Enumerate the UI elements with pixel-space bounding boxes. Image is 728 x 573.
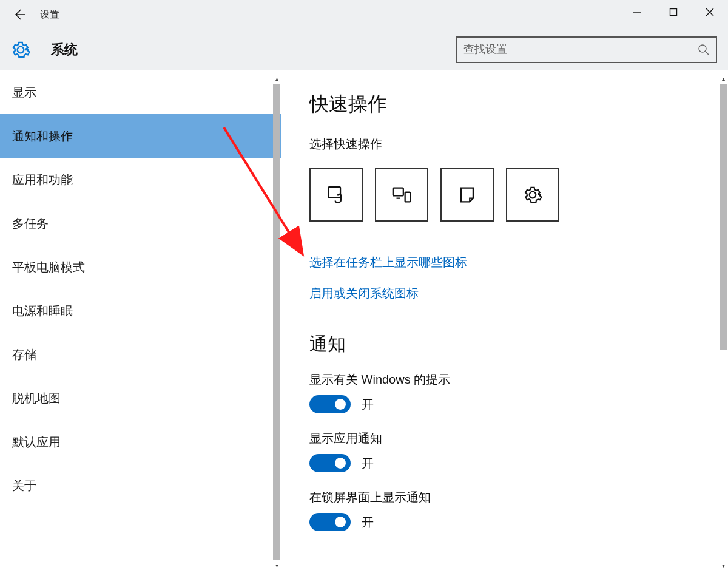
sidebar-item-label: 电源和睡眠 (12, 303, 73, 319)
close-icon (706, 8, 714, 16)
toggle-windows-tips: 显示有关 Windows 的提示 开 (309, 371, 686, 413)
toggle-label: 显示有关 Windows 的提示 (309, 371, 686, 388)
sidebar-item-storage[interactable]: 存储 (0, 333, 281, 376)
sidebar-item-notifications-actions[interactable]: 通知和操作 (0, 114, 281, 158)
sidebar-item-label: 关于 (12, 478, 36, 494)
toggle-app-notifications: 显示应用通知 开 (309, 430, 686, 472)
toggle-knob (335, 517, 346, 527)
maximize-button[interactable] (655, 0, 692, 24)
svg-rect-1 (670, 9, 677, 16)
link-taskbar-icons[interactable]: 选择在任务栏上显示哪些图标 (309, 254, 686, 271)
window-title: 设置 (40, 8, 59, 21)
sidebar-item-display[interactable]: 显示 (0, 70, 281, 114)
toggle-knob (335, 399, 346, 410)
note-icon (457, 185, 477, 205)
sidebar-item-label: 默认应用 (12, 434, 61, 450)
sidebar-item-label: 存储 (12, 347, 36, 363)
scroll-up-icon: ▴ (272, 74, 281, 83)
scroll-up-icon: ▴ (718, 74, 728, 83)
sidebar-item-label: 多任务 (12, 215, 49, 232)
title-bar: 设置 (0, 0, 728, 29)
search-input[interactable] (463, 43, 698, 56)
qa-tile-tablet-mode[interactable] (309, 168, 363, 222)
qa-tile-settings[interactable] (506, 168, 559, 222)
toggle-state: 开 (362, 396, 374, 413)
qa-tile-notes[interactable] (440, 168, 494, 222)
close-button[interactable] (692, 0, 728, 24)
sidebar-item-label: 应用和功能 (12, 172, 73, 188)
toggle-switch-windows-tips[interactable] (309, 395, 351, 413)
quick-action-tiles (309, 168, 686, 222)
notifications-heading: 通知 (309, 332, 686, 357)
scroll-down-icon: ▾ (718, 561, 728, 569)
sidebar-item-label: 平板电脑模式 (12, 259, 85, 276)
window-controls (619, 0, 728, 24)
sidebar-scroll-thumb[interactable] (273, 84, 280, 560)
sidebar-scrollbar[interactable]: ▴ ▾ (272, 74, 281, 569)
sidebar-item-label: 显示 (12, 84, 36, 101)
svg-point-4 (699, 45, 706, 52)
content-scrollbar[interactable]: ▴ ▾ (718, 74, 728, 569)
sidebar-item-default-apps[interactable]: 默认应用 (0, 420, 281, 464)
toggle-label: 显示应用通知 (309, 430, 686, 447)
sidebar-item-label: 通知和操作 (12, 128, 73, 144)
toggle-switch-lockscreen-notifications[interactable] (309, 513, 351, 531)
content-pane: 快速操作 选择快速操作 选择在任务栏上显示哪些图标 启用或关闭系统图标 通知 (282, 70, 728, 573)
sidebar-item-label: 脱机地图 (12, 390, 61, 407)
link-system-icons[interactable]: 启用或关闭系统图标 (309, 285, 686, 302)
search-wrap[interactable] (456, 36, 717, 63)
tablet-touch-icon (326, 185, 346, 205)
scroll-down-icon: ▾ (272, 561, 281, 569)
minimize-button[interactable] (619, 0, 655, 24)
sidebar: 显示 通知和操作 应用和功能 多任务 平板电脑模式 电源和睡眠 存储 脱机地图 … (0, 70, 282, 573)
gear-icon (11, 40, 30, 59)
back-button[interactable] (5, 0, 34, 29)
sidebar-item-about[interactable]: 关于 (0, 464, 281, 507)
qa-tile-project[interactable] (375, 168, 428, 222)
sidebar-item-apps-features[interactable]: 应用和功能 (0, 158, 281, 202)
sidebar-item-multitask[interactable]: 多任务 (0, 202, 281, 245)
toggle-state: 开 (362, 455, 374, 472)
svg-line-5 (706, 52, 709, 55)
svg-rect-7 (393, 188, 403, 196)
svg-rect-9 (405, 192, 411, 202)
settings-gear-icon (523, 185, 542, 205)
choose-quick-actions-label: 选择快速操作 (309, 136, 686, 152)
sidebar-item-power-sleep[interactable]: 电源和睡眠 (0, 289, 281, 333)
toggle-knob (335, 458, 346, 469)
project-icon (391, 185, 412, 205)
toggle-state: 开 (362, 514, 374, 531)
sidebar-item-offline-maps[interactable]: 脱机地图 (0, 376, 281, 420)
minimize-icon (633, 8, 641, 16)
sidebar-item-tablet-mode[interactable]: 平板电脑模式 (0, 245, 281, 289)
page-title: 系统 (51, 41, 78, 59)
header-gear[interactable] (11, 40, 30, 59)
toggle-lockscreen-notifications: 在锁屏界面上显示通知 开 (309, 489, 686, 531)
toggle-label: 在锁屏界面上显示通知 (309, 489, 686, 506)
content-scroll-thumb[interactable] (720, 84, 727, 350)
svg-rect-6 (328, 187, 340, 197)
maximize-icon (669, 8, 678, 16)
header-row: 系统 (0, 29, 728, 70)
search-icon (698, 44, 710, 56)
toggle-switch-app-notifications[interactable] (309, 454, 351, 472)
quick-actions-heading: 快速操作 (309, 91, 686, 118)
back-arrow-icon (13, 8, 25, 21)
